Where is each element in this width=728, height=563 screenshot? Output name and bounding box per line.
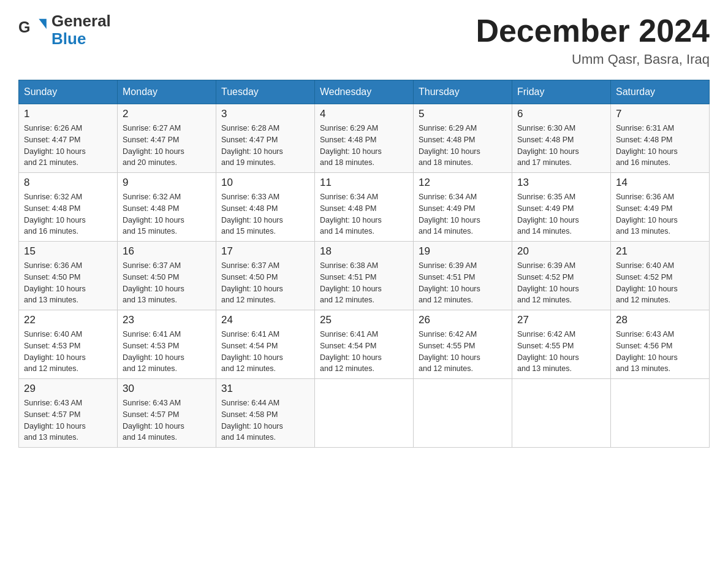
day-info: Sunrise: 6:34 AM Sunset: 4:49 PM Dayligh… (419, 191, 507, 237)
day-info: Sunrise: 6:41 AM Sunset: 4:54 PM Dayligh… (320, 329, 408, 375)
day-number: 25 (320, 314, 408, 326)
page-header: G General Blue December 2024 Umm Qasr, B… (18, 12, 710, 67)
day-number: 21 (616, 245, 704, 258)
day-number: 5 (419, 108, 507, 120)
day-number: 17 (221, 245, 309, 258)
calendar-cell (512, 379, 611, 448)
day-number: 11 (320, 177, 408, 189)
calendar-cell: 24 Sunrise: 6:41 AM Sunset: 4:54 PM Dayl… (216, 310, 315, 379)
day-number: 9 (123, 177, 211, 189)
day-info: Sunrise: 6:34 AM Sunset: 4:48 PM Dayligh… (320, 191, 408, 237)
day-number: 29 (24, 383, 112, 395)
calendar-cell: 11 Sunrise: 6:34 AM Sunset: 4:48 PM Dayl… (315, 173, 414, 242)
day-info: Sunrise: 6:37 AM Sunset: 4:50 PM Dayligh… (221, 260, 309, 306)
day-info: Sunrise: 6:36 AM Sunset: 4:49 PM Dayligh… (616, 191, 704, 237)
calendar-cell: 29 Sunrise: 6:43 AM Sunset: 4:57 PM Dayl… (19, 379, 118, 448)
calendar-cell: 16 Sunrise: 6:37 AM Sunset: 4:50 PM Dayl… (118, 242, 216, 310)
calendar-table: Sunday Monday Tuesday Wednesday Thursday… (18, 80, 710, 448)
calendar-cell (414, 379, 512, 448)
day-info: Sunrise: 6:43 AM Sunset: 4:57 PM Dayligh… (123, 397, 211, 443)
day-number: 14 (616, 177, 704, 189)
calendar-cell: 8 Sunrise: 6:32 AM Sunset: 4:48 PM Dayli… (19, 173, 118, 242)
day-number: 7 (616, 108, 704, 120)
calendar-cell: 1 Sunrise: 6:26 AM Sunset: 4:47 PM Dayli… (19, 104, 118, 173)
day-number: 15 (24, 245, 112, 258)
day-number: 20 (517, 245, 605, 258)
calendar-cell: 18 Sunrise: 6:38 AM Sunset: 4:51 PM Dayl… (315, 242, 414, 310)
calendar-cell: 5 Sunrise: 6:29 AM Sunset: 4:48 PM Dayli… (414, 104, 512, 173)
day-info: Sunrise: 6:26 AM Sunset: 4:47 PM Dayligh… (24, 123, 112, 169)
calendar-cell: 31 Sunrise: 6:44 AM Sunset: 4:58 PM Dayl… (216, 379, 315, 448)
day-number: 30 (123, 383, 211, 395)
day-info: Sunrise: 6:36 AM Sunset: 4:50 PM Dayligh… (24, 260, 112, 306)
calendar-cell: 25 Sunrise: 6:41 AM Sunset: 4:54 PM Dayl… (315, 310, 414, 379)
day-number: 22 (24, 314, 112, 326)
calendar-week-row: 8 Sunrise: 6:32 AM Sunset: 4:48 PM Dayli… (19, 173, 710, 242)
day-number: 6 (517, 108, 605, 120)
day-info: Sunrise: 6:41 AM Sunset: 4:53 PM Dayligh… (123, 329, 211, 375)
logo-blue-text: Blue (51, 30, 111, 48)
calendar-cell: 13 Sunrise: 6:35 AM Sunset: 4:49 PM Dayl… (512, 173, 611, 242)
calendar-cell: 7 Sunrise: 6:31 AM Sunset: 4:48 PM Dayli… (611, 104, 710, 173)
day-info: Sunrise: 6:40 AM Sunset: 4:52 PM Dayligh… (616, 260, 704, 306)
calendar-week-row: 15 Sunrise: 6:36 AM Sunset: 4:50 PM Dayl… (19, 242, 710, 310)
title-section: December 2024 Umm Qasr, Basra, Iraq (476, 12, 710, 67)
day-info: Sunrise: 6:35 AM Sunset: 4:49 PM Dayligh… (517, 191, 605, 237)
calendar-cell: 21 Sunrise: 6:40 AM Sunset: 4:52 PM Dayl… (611, 242, 710, 310)
calendar-body: 1 Sunrise: 6:26 AM Sunset: 4:47 PM Dayli… (19, 104, 710, 448)
calendar-cell: 4 Sunrise: 6:29 AM Sunset: 4:48 PM Dayli… (315, 104, 414, 173)
calendar-cell: 23 Sunrise: 6:41 AM Sunset: 4:53 PM Dayl… (118, 310, 216, 379)
calendar-cell: 17 Sunrise: 6:37 AM Sunset: 4:50 PM Dayl… (216, 242, 315, 310)
day-info: Sunrise: 6:43 AM Sunset: 4:57 PM Dayligh… (24, 397, 112, 443)
calendar-cell: 12 Sunrise: 6:34 AM Sunset: 4:49 PM Dayl… (414, 173, 512, 242)
day-number: 27 (517, 314, 605, 326)
calendar-cell: 9 Sunrise: 6:32 AM Sunset: 4:48 PM Dayli… (118, 173, 216, 242)
day-info: Sunrise: 6:42 AM Sunset: 4:55 PM Dayligh… (517, 329, 605, 375)
calendar-cell: 28 Sunrise: 6:43 AM Sunset: 4:56 PM Dayl… (611, 310, 710, 379)
day-number: 24 (221, 314, 309, 326)
weekday-header-row: Sunday Monday Tuesday Wednesday Thursday… (19, 80, 710, 104)
svg-marker-1 (39, 18, 46, 29)
logo-text: General Blue (51, 12, 111, 47)
day-info: Sunrise: 6:32 AM Sunset: 4:48 PM Dayligh… (24, 191, 112, 237)
day-info: Sunrise: 6:33 AM Sunset: 4:48 PM Dayligh… (221, 191, 309, 237)
calendar-cell (315, 379, 414, 448)
day-number: 8 (24, 177, 112, 189)
calendar-cell: 10 Sunrise: 6:33 AM Sunset: 4:48 PM Dayl… (216, 173, 315, 242)
day-number: 12 (419, 177, 507, 189)
day-info: Sunrise: 6:39 AM Sunset: 4:51 PM Dayligh… (419, 260, 507, 306)
day-number: 28 (616, 314, 704, 326)
day-number: 18 (320, 245, 408, 258)
day-number: 1 (24, 108, 112, 120)
calendar-cell: 19 Sunrise: 6:39 AM Sunset: 4:51 PM Dayl… (414, 242, 512, 310)
day-number: 13 (517, 177, 605, 189)
calendar-week-row: 29 Sunrise: 6:43 AM Sunset: 4:57 PM Dayl… (19, 379, 710, 448)
page-title: December 2024 (476, 12, 710, 49)
day-info: Sunrise: 6:44 AM Sunset: 4:58 PM Dayligh… (221, 397, 309, 443)
calendar-cell: 27 Sunrise: 6:42 AM Sunset: 4:55 PM Dayl… (512, 310, 611, 379)
day-number: 23 (123, 314, 211, 326)
day-number: 10 (221, 177, 309, 189)
calendar-cell: 3 Sunrise: 6:28 AM Sunset: 4:47 PM Dayli… (216, 104, 315, 173)
header-thursday: Thursday (414, 80, 512, 104)
day-info: Sunrise: 6:29 AM Sunset: 4:48 PM Dayligh… (320, 123, 408, 169)
day-number: 16 (123, 245, 211, 258)
calendar-cell: 22 Sunrise: 6:40 AM Sunset: 4:53 PM Dayl… (19, 310, 118, 379)
day-number: 26 (419, 314, 507, 326)
day-number: 3 (221, 108, 309, 120)
header-wednesday: Wednesday (315, 80, 414, 104)
day-info: Sunrise: 6:27 AM Sunset: 4:47 PM Dayligh… (123, 123, 211, 169)
calendar-cell: 20 Sunrise: 6:39 AM Sunset: 4:52 PM Dayl… (512, 242, 611, 310)
day-number: 4 (320, 108, 408, 120)
day-info: Sunrise: 6:38 AM Sunset: 4:51 PM Dayligh… (320, 260, 408, 306)
header-sunday: Sunday (19, 80, 118, 104)
day-info: Sunrise: 6:37 AM Sunset: 4:50 PM Dayligh… (123, 260, 211, 306)
day-info: Sunrise: 6:39 AM Sunset: 4:52 PM Dayligh… (517, 260, 605, 306)
day-info: Sunrise: 6:32 AM Sunset: 4:48 PM Dayligh… (123, 191, 211, 237)
calendar-week-row: 1 Sunrise: 6:26 AM Sunset: 4:47 PM Dayli… (19, 104, 710, 173)
day-number: 31 (221, 383, 309, 395)
day-info: Sunrise: 6:40 AM Sunset: 4:53 PM Dayligh… (24, 329, 112, 375)
calendar-cell: 6 Sunrise: 6:30 AM Sunset: 4:48 PM Dayli… (512, 104, 611, 173)
day-info: Sunrise: 6:31 AM Sunset: 4:48 PM Dayligh… (616, 123, 704, 169)
logo: G General Blue (18, 12, 111, 47)
